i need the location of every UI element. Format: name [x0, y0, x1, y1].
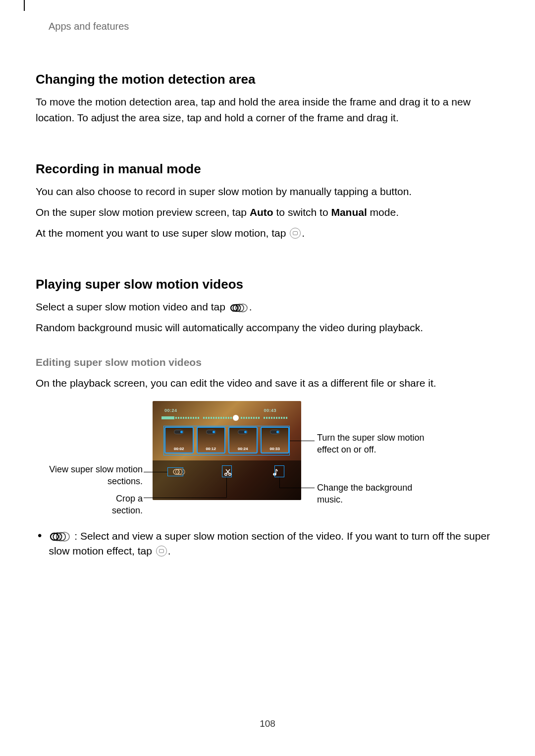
slowmo-toggle-pill-icon	[270, 430, 280, 434]
svg-point-8	[229, 473, 231, 476]
paragraph-play-1: Select a super slow motion video and tap…	[36, 299, 499, 315]
slow-motion-toggle-icon	[156, 546, 167, 556]
section-thumb: 00:24	[228, 427, 258, 454]
timeline-end-label: 00:43	[264, 408, 276, 413]
callout-line	[279, 488, 315, 488]
paragraph-play-2: Random background music will automatical…	[36, 320, 499, 336]
slow-motion-button-icon	[290, 228, 301, 239]
bullet-body: : Select and view a super slow motion se…	[49, 529, 499, 558]
track-segment	[203, 417, 232, 419]
heading-motion-detection: Changing the motion detection area	[36, 72, 499, 87]
svg-point-9	[273, 473, 276, 475]
slowmo-toggle-pill-icon	[238, 430, 248, 434]
scissors-icon	[224, 468, 232, 478]
super-slow-motion-play-icon	[229, 303, 248, 312]
heading-playing: Playing super slow motion videos	[36, 277, 499, 292]
text-span: .	[168, 545, 171, 556]
subheading-editing: Editing super slow motion videos	[36, 356, 499, 368]
section-thumb: 00:12	[197, 427, 226, 454]
paragraph-manual-3: At the moment you want to use super slow…	[36, 225, 499, 241]
paragraph-manual-2: On the super slow motion preview screen,…	[36, 204, 499, 220]
header-section-label: Apps and features	[49, 21, 499, 32]
bullet-list: • : Select and view a super slow motion …	[36, 529, 499, 558]
editor-bottom-toolbar	[153, 460, 301, 500]
section-thumb: 00:02	[164, 427, 194, 454]
section-thumbnails: 00:02 00:12 00:24 00:33	[164, 427, 289, 454]
slowmo-toggle-pill-icon	[174, 430, 184, 434]
text-span: Select a super slow motion video and tap	[36, 301, 228, 312]
paragraph-manual-1: You can also choose to record in super s…	[36, 184, 499, 200]
label-auto: Auto	[250, 206, 273, 218]
section-thumb: 00:33	[261, 427, 290, 454]
text-span: mode.	[367, 206, 399, 218]
music-note-icon	[271, 468, 278, 478]
text-span: On the super slow motion preview screen,…	[36, 206, 250, 218]
callout-line	[226, 477, 227, 498]
callout-line	[279, 477, 280, 488]
super-slow-motion-section-icon	[50, 532, 70, 542]
callout-music: Change the background music.	[317, 482, 431, 505]
editor-screenshot: 00:24 00:43 00:02 00:12 00:24 00:33	[153, 401, 301, 500]
label-manual: Manual	[331, 206, 367, 218]
slowmo-toggle-pill-icon	[206, 430, 216, 434]
svg-point-7	[225, 473, 227, 476]
text-span: : Select and view a super slow motion se…	[49, 530, 490, 556]
callout-view-sections: View super slow motion sections.	[49, 463, 143, 487]
track-segment	[161, 416, 174, 419]
track-segment	[264, 417, 288, 419]
thumb-time: 00:02	[174, 447, 184, 451]
crop-mark	[24, 0, 25, 11]
view-sections-icon	[172, 468, 185, 477]
callout-line	[144, 472, 167, 472]
heading-manual-mode: Recording in manual mode	[36, 161, 499, 177]
callout-line	[144, 498, 226, 498]
callout-crop: Crop a section.	[83, 493, 143, 516]
callout-line	[290, 441, 315, 441]
bullet-item: • : Select and view a super slow motion …	[38, 529, 499, 558]
track-segment	[241, 417, 261, 419]
editing-ui-figure: 00:24 00:43 00:02 00:12 00:24 00:33	[36, 401, 499, 515]
thumb-time: 00:33	[270, 447, 280, 451]
text-span: At the moment you want to use super slow…	[36, 227, 289, 239]
text-span: .	[249, 301, 252, 312]
timeline-start-label: 00:24	[164, 408, 177, 413]
paragraph-motion-detection: To move the motion detection area, tap a…	[36, 94, 499, 126]
thumb-time: 00:12	[206, 447, 216, 451]
thumb-time: 00:24	[238, 447, 248, 451]
bullet-marker: •	[38, 529, 42, 543]
callout-toggle: Turn the super slow motion effect on or …	[317, 432, 426, 455]
playhead-icon	[233, 415, 239, 421]
paragraph-edit: On the playback screen, you can edit the…	[36, 375, 499, 391]
track-segment	[175, 417, 200, 419]
text-span: to switch to	[273, 206, 331, 218]
page-number: 108	[0, 718, 535, 729]
text-span: .	[302, 227, 305, 239]
timeline-track	[161, 415, 292, 421]
